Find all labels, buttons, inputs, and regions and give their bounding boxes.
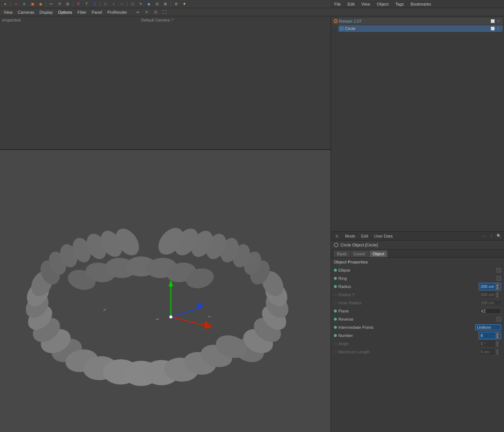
second-toolbar: View Cameras Display Options Filter Pane… bbox=[0, 8, 504, 16]
menu-cameras[interactable]: Cameras bbox=[16, 9, 37, 15]
hamburger-icon[interactable]: ≡ bbox=[333, 233, 341, 239]
circle-object-title: Circle Object [Circle] bbox=[341, 243, 378, 247]
menu-options[interactable]: Options bbox=[56, 9, 74, 15]
icon-circle-r[interactable]: ◉ bbox=[37, 1, 44, 7]
icon-sphere[interactable]: ⬡ bbox=[129, 1, 136, 7]
radius-value-box[interactable]: 200 cm ▲ ▼ bbox=[479, 283, 501, 290]
prop-row-radius: Radius . . . . . . . . 200 cm ▲ ▼ bbox=[334, 283, 501, 290]
max-length-value-box: 5 cm ▲ ▼ bbox=[479, 348, 501, 356]
radius-dots: . . . . . . . . bbox=[409, 284, 477, 289]
reeper-vis-icon[interactable]: ⬜ bbox=[490, 19, 495, 24]
max-length-dots: . . bbox=[409, 350, 477, 354]
reverse-indicator bbox=[334, 318, 337, 321]
menu-prorender[interactable]: ProRender bbox=[105, 9, 129, 15]
icon-square[interactable]: □ bbox=[102, 1, 109, 7]
reverse-checkbox[interactable] bbox=[497, 317, 501, 321]
menu-panel[interactable]: Panel bbox=[90, 9, 104, 15]
icon-fullscreen[interactable]: ⛶ bbox=[161, 9, 168, 16]
inner-radius-value-box: 100 cm bbox=[479, 300, 501, 306]
icon-gem[interactable]: ◆ bbox=[145, 1, 153, 7]
number-down[interactable]: ▼ bbox=[495, 336, 499, 338]
icon-x-axis[interactable]: X bbox=[75, 1, 82, 7]
menu-bookmarks[interactable]: Bookmarks bbox=[409, 1, 432, 7]
menu-tags[interactable]: Tags bbox=[394, 1, 405, 7]
number-up[interactable]: ▲ bbox=[495, 333, 499, 336]
radius-value: 200 cm bbox=[481, 284, 494, 289]
menu-view[interactable]: View bbox=[360, 1, 372, 7]
mode-nav: ← ↑ 🔍 bbox=[481, 233, 502, 239]
mode-btn-edit[interactable]: Edit bbox=[360, 233, 370, 239]
viewport-top: erspective Default Camera :° bbox=[0, 16, 331, 150]
menu-edit[interactable]: Edit bbox=[346, 1, 356, 7]
icon-scale[interactable]: ⊡ bbox=[152, 9, 159, 16]
ellipse-checkbox[interactable] bbox=[497, 268, 501, 272]
nav-back-icon[interactable]: ← bbox=[481, 233, 487, 239]
radius-down[interactable]: ▼ bbox=[495, 287, 499, 289]
icon-y-axis[interactable]: Y bbox=[83, 1, 90, 7]
prop-row-inner-radius: Inner Radius . . . . 100 cm bbox=[334, 299, 501, 307]
icon-arrow[interactable]: ↕ bbox=[110, 1, 117, 7]
number-value-box[interactable]: 8 ▲ ▼ bbox=[479, 332, 501, 339]
icon-cube[interactable]: ▣ bbox=[29, 1, 36, 7]
circle-vis-icon[interactable]: ⬜ bbox=[490, 26, 495, 31]
radius-spinner[interactable]: ▲ ▼ bbox=[495, 284, 499, 289]
reeper-item[interactable]: Reeper 2.07 ⬜ ✓ bbox=[332, 18, 503, 24]
inner-radius-label: Inner Radius bbox=[338, 301, 407, 305]
circle-tree-label: Circle bbox=[345, 26, 355, 31]
angle-value-box: 5 ° ▲ ▼ bbox=[479, 340, 501, 347]
viewport-perspective-label: erspective bbox=[2, 18, 21, 22]
bottom-panel: ≡ Mode Edit User Data ← ↑ 🔍 Circle Objec… bbox=[331, 232, 504, 432]
icon-arrow2[interactable]: ↔ bbox=[118, 1, 126, 7]
icon-z-axis[interactable]: Z bbox=[91, 1, 98, 7]
icon-settings[interactable]: ⚙ bbox=[172, 1, 180, 7]
intermediate-value: Uniform bbox=[477, 325, 491, 330]
icon-multi[interactable]: ⊠ bbox=[162, 1, 169, 7]
viewport: erspective Default Camera :° bbox=[0, 16, 331, 432]
icon-refresh[interactable]: ↺ bbox=[56, 1, 63, 7]
viewport-bottom[interactable] bbox=[0, 150, 331, 432]
icon-plus[interactable]: ⊕ bbox=[20, 1, 28, 7]
number-spinner[interactable]: ▲ ▼ bbox=[495, 333, 499, 338]
icon-wire[interactable]: ⊟ bbox=[153, 1, 161, 7]
icon-add[interactable]: ⊞ bbox=[64, 1, 71, 7]
menu-object[interactable]: Object bbox=[375, 1, 390, 7]
nav-up-icon[interactable]: ↑ bbox=[488, 233, 494, 239]
sep1 bbox=[10, 1, 11, 7]
ellipse-label: Ellipse bbox=[338, 268, 416, 272]
menu-display[interactable]: Display bbox=[37, 9, 55, 15]
intermediate-value-box[interactable]: Uniform bbox=[475, 324, 501, 330]
icon-cross[interactable]: ✕ bbox=[12, 1, 20, 7]
menu-file[interactable]: File bbox=[333, 1, 342, 7]
reeper-check-icon[interactable]: ✓ bbox=[496, 19, 501, 24]
prop-row-reverse: Reverse . . . . . . . . bbox=[334, 315, 501, 323]
angle-up: ▲ bbox=[495, 341, 499, 344]
intermediate-label: Intermediate Points bbox=[338, 325, 405, 330]
tab-basic[interactable]: Basic bbox=[334, 251, 350, 257]
icon-move[interactable]: ⇔ bbox=[134, 9, 142, 16]
menu-view-vp[interactable]: View bbox=[1, 9, 15, 15]
tab-coord[interactable]: Coord. bbox=[351, 251, 369, 257]
inner-radius-value: 100 cm bbox=[481, 301, 494, 305]
ring-label: Ring bbox=[338, 276, 416, 281]
number-indicator bbox=[334, 334, 337, 337]
plane-value-box[interactable]: XZ bbox=[479, 308, 501, 314]
max-length-value: 5 cm bbox=[481, 350, 490, 354]
icon-light[interactable]: ☀ bbox=[181, 1, 188, 7]
inner-radius-indicator bbox=[334, 301, 337, 304]
tab-object[interactable]: Object bbox=[370, 251, 387, 257]
menu-filter[interactable]: Filter bbox=[75, 9, 88, 15]
ring-indicator bbox=[334, 277, 337, 280]
icon-rotate-vp[interactable]: ↻ bbox=[143, 9, 150, 16]
plane-label: Plane bbox=[338, 309, 407, 313]
icon-undo[interactable]: ↩ bbox=[48, 1, 55, 7]
icon-paint[interactable]: ✎ bbox=[137, 1, 144, 7]
circle-check-icon[interactable]: ✓ bbox=[496, 26, 501, 31]
mode-btn-mode[interactable]: Mode bbox=[344, 233, 357, 239]
ring-checkbox[interactable] bbox=[497, 276, 501, 281]
circle-tree-item[interactable]: Circle ⬜ ✓ bbox=[338, 25, 503, 32]
radius-up[interactable]: ▲ bbox=[495, 284, 499, 287]
nav-search-icon[interactable]: 🔍 bbox=[496, 233, 502, 239]
mode-btn-userdata[interactable]: User Data bbox=[373, 233, 394, 239]
svg-point-51 bbox=[169, 315, 172, 318]
icon-undo-circle[interactable]: ● bbox=[1, 1, 9, 7]
